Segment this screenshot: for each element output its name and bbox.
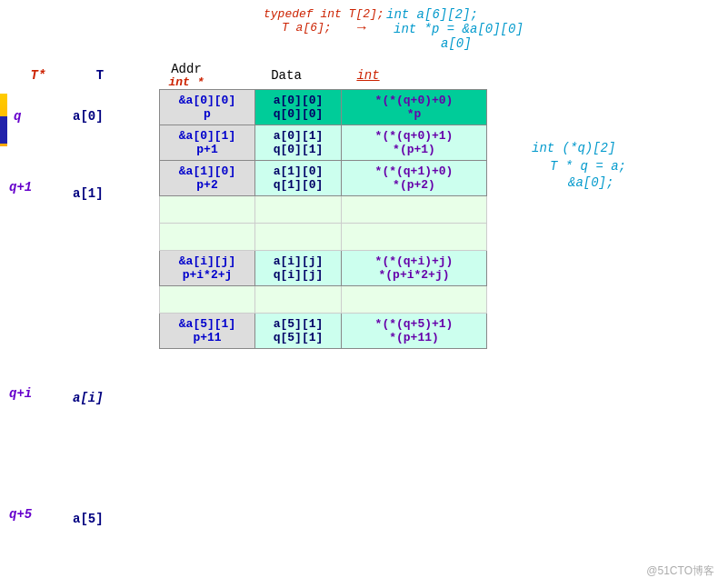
cell-data-r3: a[1][0]q[1][0]	[255, 161, 342, 196]
cell-expr-r6: *(*(q+i)+j)*(p+i*2+j)	[342, 251, 487, 286]
cell-expr-r8: *(*(q+5)+1)*(p+11)	[342, 314, 487, 349]
cell-data-r6: a[i][j]q[i][j]	[255, 251, 342, 286]
left-label-qi: q+i	[9, 386, 32, 401]
col-header-addr: Addr	[141, 62, 232, 76]
cell-empty-r7b	[255, 286, 342, 314]
col-header-int-star: int *	[141, 75, 232, 89]
col-header-int: int	[332, 68, 404, 83]
cell-data-r1: a[0][0]q[0][0]	[255, 90, 342, 125]
top-right-panel: int a[6][2]; int *p = &a[0][0] a[0]	[386, 7, 524, 51]
cell-empty-r5a	[160, 224, 255, 251]
t-label-a1: a[1]	[73, 186, 104, 201]
t-label-ai: a[i]	[73, 391, 104, 405]
cell-addr-r2: &a[0][1]p+1	[160, 125, 255, 161]
right-panel-line1: int (*q)[2]	[532, 141, 626, 155]
col-header-t: T	[68, 68, 132, 83]
cell-empty-r5b	[255, 224, 342, 251]
col-header-data: Data	[245, 68, 327, 83]
cell-empty-r7c	[342, 286, 487, 314]
table-row: &a[1][0]p+2 a[1][0]q[1][0] *(*(q+1)+0)*(…	[160, 161, 487, 196]
right-panel-container: int (*q)[2] T * q = a; &a[0];	[532, 141, 626, 190]
cell-empty-r4a	[160, 196, 255, 224]
cell-addr-r1: &a[0][0]p	[160, 90, 255, 125]
page-background: typedef int T[2]; T a[6]; → int a[6][2];…	[0, 0, 728, 588]
left-bar-blue	[0, 116, 7, 144]
right-panel-line2: T * q = a;	[532, 159, 626, 174]
table-row: &a[i][j]p+i*2+j a[i][j]q[i][j] *(*(q+i)+…	[160, 251, 487, 286]
cell-empty-r4c	[342, 196, 487, 224]
cell-expr-r2: *(*(q+0)+1)*(p+1)	[342, 125, 487, 161]
cell-data-r2: a[0][1]q[0][1]	[255, 125, 342, 161]
left-label-q1: q+1	[9, 180, 32, 194]
left-label-q: q	[14, 109, 21, 124]
table-row: &a[0][0]p a[0][0]q[0][0] *(*(q+0)+0)*p	[160, 90, 487, 125]
table-row: &a[0][1]p+1 a[0][1]q[0][1] *(*(q+0)+1)*(…	[160, 125, 487, 161]
right-panel-line3: &a[0];	[532, 175, 626, 190]
right-line1: int a[6][2];	[386, 7, 524, 22]
cell-addr-r8: &a[5][1]p+11	[160, 314, 255, 349]
table-row-empty	[160, 224, 487, 251]
cell-empty-r5c	[342, 224, 487, 251]
cell-addr-r6: &a[i][j]p+i*2+j	[160, 251, 255, 286]
right-line2: int *p = &a[0][0]	[386, 22, 524, 36]
left-label-q5: q+5	[9, 507, 32, 522]
cell-expr-r1: *(*(q+0)+0)*p	[342, 90, 487, 125]
arrow: →	[357, 20, 366, 36]
table-row: &a[5][1]p+11 a[5][1]q[5][1] *(*(q+5)+1)*…	[160, 314, 487, 349]
cell-expr-r3: *(*(q+1)+0)*(p+2)	[342, 161, 487, 196]
main-table-container: &a[0][0]p a[0][0]q[0][0] *(*(q+0)+0)*p &…	[159, 89, 487, 349]
table-row-empty	[160, 286, 487, 314]
right-line3: a[0]	[386, 36, 524, 51]
cell-addr-r3: &a[1][0]p+2	[160, 161, 255, 196]
typedef-line1: typedef int T[2];	[264, 7, 384, 21]
table-row-empty	[160, 196, 487, 224]
cell-data-r8: a[5][1]q[5][1]	[255, 314, 342, 349]
cell-empty-r4b	[255, 196, 342, 224]
t-label-a5: a[5]	[73, 512, 104, 526]
data-table: &a[0][0]p a[0][0]q[0][0] *(*(q+0)+0)*p &…	[159, 89, 487, 349]
cell-empty-r7a	[160, 286, 255, 314]
watermark: @51CTO博客	[646, 563, 714, 579]
col-header-t-star: T*	[11, 68, 65, 83]
t-label-a0: a[0]	[73, 109, 104, 124]
